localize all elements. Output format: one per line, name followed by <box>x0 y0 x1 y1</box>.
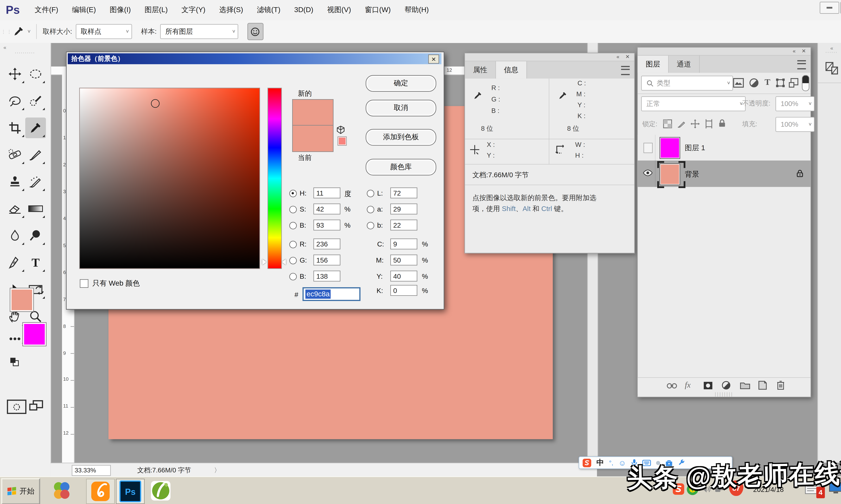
color-field-marker[interactable] <box>151 99 160 108</box>
r-radio[interactable] <box>289 241 297 248</box>
b2-radio[interactable] <box>289 273 297 280</box>
collapse-dock-icon[interactable]: « <box>818 43 841 51</box>
sample-dropdown[interactable]: 所有图层˅ <box>160 24 238 39</box>
menu-edit[interactable]: 编辑(E) <box>65 0 103 20</box>
clone-stamp-tool[interactable] <box>4 172 25 192</box>
collapse-panel-icon[interactable]: « <box>616 54 619 60</box>
filter-type-layers-icon[interactable]: T <box>765 77 770 87</box>
new-layer-icon[interactable] <box>758 381 767 390</box>
menu-filter[interactable]: 滤镜(T) <box>250 0 287 20</box>
taskbar-app-coreldraw[interactable] <box>147 479 175 503</box>
delete-layer-icon[interactable] <box>776 380 785 390</box>
layer-filter-dropdown[interactable]: 类型˅ <box>641 76 733 91</box>
web-colors-checkbox[interactable] <box>80 279 88 288</box>
tool-preset-chevron-icon[interactable]: ˅ <box>28 29 31 34</box>
c-input[interactable]: 9 <box>390 238 417 250</box>
menu-layer[interactable]: 图层(L) <box>138 0 175 20</box>
eraser-tool[interactable] <box>4 198 25 219</box>
fill-dropdown[interactable]: 100%˅ <box>776 117 814 132</box>
default-colors-icon[interactable] <box>10 357 20 367</box>
hue-slider-left-arrow-icon[interactable] <box>262 259 267 265</box>
layer-name[interactable]: 图层 1 <box>685 143 705 153</box>
menu-view[interactable]: 视图(V) <box>320 0 358 20</box>
swap-colors-icon[interactable] <box>34 286 45 295</box>
a-input[interactable]: 29 <box>390 204 417 215</box>
hue-slider[interactable] <box>268 88 282 269</box>
tab-layers[interactable]: 图层 <box>638 56 669 73</box>
cancel-button[interactable]: 取消 <box>366 100 436 116</box>
panel-resize-grip[interactable]: |||||||| <box>638 392 810 397</box>
menu-type[interactable]: 文字(Y) <box>175 0 212 20</box>
zoom-level-input[interactable]: 33.33% <box>72 465 111 475</box>
ime-emoji-icon[interactable]: ☺ <box>618 458 626 467</box>
toolbar-grip[interactable]: '''''''''' <box>0 52 50 57</box>
edit-toolbar-more[interactable] <box>4 333 25 345</box>
dialog-title-bar[interactable]: 拾色器（前景色） ✕ <box>68 53 442 64</box>
dodge-tool[interactable] <box>25 225 46 246</box>
marquee-tool[interactable] <box>25 64 46 84</box>
menu-3d[interactable]: 3D(D) <box>287 0 320 20</box>
l-radio[interactable] <box>367 190 374 197</box>
close-panel-icon[interactable]: ✕ <box>802 48 806 55</box>
sample-size-dropdown[interactable]: 取样点˅ <box>75 24 132 39</box>
filter-smart-objects-icon[interactable] <box>789 78 799 88</box>
s-input[interactable]: 42 <box>313 204 340 215</box>
b-lab-radio[interactable] <box>367 222 374 229</box>
eyedropper-icon[interactable] <box>473 91 482 101</box>
lock-position-icon[interactable] <box>690 119 700 128</box>
foreground-color-swatch[interactable] <box>10 288 33 311</box>
a-radio[interactable] <box>367 206 374 213</box>
screen-mode-button[interactable] <box>29 400 44 412</box>
g-input[interactable]: 156 <box>313 254 340 266</box>
h-input[interactable]: 11 <box>313 187 340 198</box>
pen-tool[interactable] <box>4 252 25 273</box>
filter-pixel-layers-icon[interactable] <box>733 78 744 88</box>
eyedropper-tool-icon[interactable] <box>13 26 24 37</box>
taskbar-app-uc-browser[interactable] <box>86 479 115 504</box>
options-grip[interactable]: ⋮⋮ <box>1 29 7 34</box>
filter-shape-layers-icon[interactable] <box>776 78 785 88</box>
lasso-tool[interactable] <box>4 91 25 111</box>
status-chevron-icon[interactable]: 〉 <box>214 466 221 474</box>
panel-menu-icon[interactable] <box>797 60 806 69</box>
m-input[interactable]: 50 <box>390 254 417 266</box>
k-input[interactable]: 0 <box>390 285 417 296</box>
panel-menu-icon[interactable] <box>621 66 630 75</box>
color-libraries-button[interactable]: 颜色库 <box>366 159 436 175</box>
layer-row-selected[interactable]: 背景 <box>638 161 810 187</box>
lock-all-icon[interactable] <box>718 119 726 128</box>
collapse-panel-icon[interactable]: « <box>793 48 795 55</box>
show-sampling-ring-toggle[interactable] <box>247 23 263 40</box>
eye-icon[interactable] <box>643 169 653 177</box>
hue-slider-right-arrow-icon[interactable] <box>282 259 286 265</box>
background-layer-name[interactable]: 背景 <box>685 170 699 179</box>
layer-styles-icon[interactable]: fx <box>685 381 691 390</box>
new-group-icon[interactable] <box>740 381 750 389</box>
type-tool[interactable]: T <box>25 252 46 273</box>
lock-artboard-icon[interactable] <box>704 119 714 128</box>
hex-input[interactable]: ec9c8a <box>303 287 360 301</box>
quick-mask-button[interactable] <box>7 400 27 414</box>
move-tool[interactable] <box>4 64 25 84</box>
visibility-toggle-empty[interactable] <box>643 143 653 153</box>
layer-row[interactable]: 图层 1 <box>638 135 810 161</box>
crop-tool[interactable] <box>4 118 25 138</box>
filter-toggle-pill[interactable] <box>802 75 809 91</box>
gradient-tool[interactable] <box>25 198 46 219</box>
lock-transparency-icon[interactable] <box>663 119 672 128</box>
opacity-dropdown[interactable]: 100%˅ <box>776 96 814 111</box>
h-radio[interactable] <box>289 190 297 197</box>
menu-select[interactable]: 选择(S) <box>212 0 250 20</box>
l-input[interactable]: 72 <box>390 187 417 198</box>
y-input[interactable]: 40 <box>390 271 417 282</box>
close-panel-icon[interactable]: ✕ <box>625 54 630 60</box>
restore-button[interactable] <box>840 2 841 14</box>
ime-punctuation-icon[interactable]: °, <box>609 459 613 466</box>
dialog-close-button[interactable]: ✕ <box>428 54 439 64</box>
b-radio[interactable] <box>289 222 297 229</box>
collapse-panel-icon[interactable]: « <box>0 43 50 50</box>
ime-sogou-logo[interactable] <box>583 458 591 467</box>
blend-mode-dropdown[interactable]: 正常˅ <box>641 96 745 111</box>
taskbar-app-photoshop[interactable]: Ps <box>116 479 145 504</box>
r-input[interactable]: 236 <box>313 238 340 250</box>
